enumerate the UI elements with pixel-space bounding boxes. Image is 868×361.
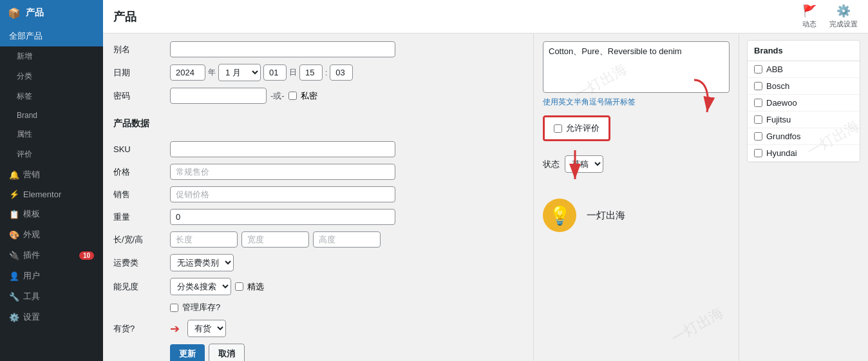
year-input[interactable] — [170, 64, 205, 81]
list-item[interactable]: Grundfos — [748, 128, 860, 145]
brands-list: ABB Bosch Daewoo Fujitsu — [748, 61, 860, 162]
weight-input[interactable] — [170, 209, 395, 225]
settings-icon: ⚙️ — [9, 313, 19, 322]
brand-checkbox-abb[interactable] — [754, 65, 762, 73]
featured-checkbox[interactable] — [235, 282, 243, 291]
sidebar-item-label: 标签 — [17, 91, 32, 102]
month-select[interactable]: 1 月2 月3 月 4 月5 月6 月 7 月8 月9 月 10 月11 月12… — [218, 64, 261, 81]
activity-button[interactable]: 🚩 动态 — [802, 4, 816, 29]
list-item[interactable]: ABB — [748, 61, 860, 78]
shipping-row: 运费类 无运费类别 — [113, 254, 523, 271]
sidebar-item-plugins[interactable]: 🔌 插件 10 — [0, 245, 103, 266]
product-data-title: 产品数据 — [113, 118, 149, 130]
time-sep: : — [325, 68, 327, 77]
sku-input[interactable] — [170, 141, 395, 157]
sidebar-item-label: 全部产品 — [9, 30, 42, 42]
setup-icon: ⚙️ — [836, 4, 851, 18]
sidebar-header-title: 产品 — [26, 7, 44, 19]
password-input[interactable] — [170, 88, 267, 104]
brand-label: Grundfos — [766, 132, 800, 141]
sidebar-item-attributes[interactable]: 属性 — [0, 124, 103, 144]
sidebar-item-label: 分类 — [17, 71, 32, 82]
sidebar-item-appearance[interactable]: 🎨 外观 — [0, 224, 103, 245]
update-button[interactable]: 更新 — [170, 344, 205, 361]
appearance-icon: 🎨 — [9, 230, 19, 240]
min-input[interactable] — [330, 64, 353, 81]
height-input[interactable] — [313, 231, 381, 248]
form-panel: 别名 日期 年 1 月2 月3 月 4 月5 月6 月 7 月8 月9 月 10… — [103, 34, 533, 361]
sidebar-item-label: 评价 — [17, 149, 32, 160]
sidebar-item-tag[interactable]: 标签 — [0, 86, 103, 106]
brand-label: Daewoo — [766, 98, 797, 108]
password-row: 密码 -或- 私密 — [113, 88, 523, 104]
sidebar-item-new[interactable]: 新增 — [0, 46, 103, 66]
in-stock-row: 有货? ➔ 有货 — [113, 320, 523, 337]
brand-checkbox-grundfos[interactable] — [754, 132, 762, 141]
sidebar-item-marketing[interactable]: 🔔 营销 — [0, 164, 103, 185]
date-row: 日期 年 1 月2 月3 月 4 月5 月6 月 7 月8 月9 月 10 月1… — [113, 64, 523, 81]
price-row: 价格 — [113, 164, 523, 180]
brand-checkbox-daewoo[interactable] — [754, 99, 762, 107]
product-icon: 📦 — [8, 7, 21, 19]
weight-label: 重量 — [113, 211, 165, 223]
sidebar-item-brand[interactable]: Brand — [0, 106, 103, 124]
width-input[interactable] — [241, 231, 309, 248]
plugins-badge: 10 — [79, 251, 94, 260]
watermark-bottom: 一灯出海 — [668, 303, 726, 348]
list-item[interactable]: Hyundai — [748, 145, 860, 162]
list-item[interactable]: Daewoo — [748, 95, 860, 112]
sku-label: SKU — [113, 144, 165, 154]
finish-setup-button[interactable]: ⚙️ 完成设置 — [829, 4, 858, 29]
sidebar-item-templates[interactable]: 📋 模板 — [0, 204, 103, 224]
topbar: 产品 🚩 动态 ⚙️ 完成设置 — [103, 0, 868, 34]
allow-review-checkbox[interactable] — [554, 124, 562, 133]
list-item[interactable]: Fujitsu — [748, 112, 860, 128]
cancel-button[interactable]: 取消 — [209, 344, 245, 361]
brand-checkbox-bosch[interactable] — [754, 82, 762, 90]
day-input[interactable] — [263, 64, 287, 81]
sidebar-item-users[interactable]: 👤 用户 — [0, 266, 103, 286]
visibility-select[interactable]: 分类&搜索 — [170, 278, 231, 295]
right-panel: 一灯出海 Brands ABB Bosch Daewoo — [739, 34, 868, 361]
sidebar-item-label: Brand — [17, 111, 37, 120]
price-label: 价格 — [113, 166, 165, 178]
brand-checkbox-fujitsu[interactable] — [754, 115, 762, 124]
sidebar-header[interactable]: 📦 产品 — [0, 0, 103, 26]
dimensions-row: 长/宽/高 — [113, 231, 523, 248]
sale-label: 销售 — [113, 189, 165, 200]
elementor-icon: ⚡ — [9, 190, 19, 199]
length-input[interactable] — [170, 231, 238, 248]
sidebar-item-reviews[interactable]: 评价 — [0, 144, 103, 164]
middle-panel: 一灯出海 Cotton、Pure、Reversible to denim 使用英… — [533, 34, 739, 361]
visibility-row: 能见度 分类&搜索 精选 — [113, 278, 523, 295]
content-area: 别名 日期 年 1 月2 月3 月 4 月5 月6 月 7 月8 月9 月 10… — [103, 34, 868, 361]
hour-input[interactable] — [299, 64, 323, 81]
sidebar-item-elementor[interactable]: ⚡ Elementor — [0, 185, 103, 204]
product-data-header: 产品数据 — [113, 110, 523, 135]
brand-label: Hyundai — [766, 148, 797, 158]
in-stock-select[interactable]: 有货 — [187, 320, 226, 337]
day-sep: 日 — [289, 67, 297, 78]
main-area: 产品 🚩 动态 ⚙️ 完成设置 别名 日期 — [103, 0, 868, 361]
price-input[interactable] — [170, 164, 395, 180]
arrow-down-svg — [562, 147, 601, 186]
list-item[interactable]: Bosch — [748, 78, 860, 95]
shipping-select[interactable]: 无运费类别 — [170, 254, 234, 271]
private-checkbox[interactable] — [288, 92, 297, 100]
alias-input[interactable] — [170, 41, 395, 57]
topbar-actions: 🚩 动态 ⚙️ 完成设置 — [802, 4, 858, 29]
sidebar-item-settings[interactable]: ⚙️ 设置 — [0, 307, 103, 327]
sidebar-item-category[interactable]: 分类 — [0, 66, 103, 86]
bulb-icon: 💡 — [543, 199, 576, 232]
brand-label: Fujitsu — [766, 115, 791, 124]
shipping-label: 运费类 — [113, 257, 165, 269]
sale-input[interactable] — [170, 186, 395, 202]
allow-review-box: 允许评价 — [543, 115, 610, 141]
brand-checkbox-hyundai[interactable] — [754, 149, 762, 157]
sidebar-item-all-products[interactable]: 全部产品 — [0, 26, 103, 46]
brand-label: Bosch — [766, 81, 789, 91]
tools-icon: 🔧 — [9, 292, 19, 302]
sidebar-item-tools[interactable]: 🔧 工具 — [0, 286, 103, 307]
manage-stock-checkbox[interactable] — [170, 304, 178, 312]
featured-label: 精选 — [247, 281, 264, 293]
